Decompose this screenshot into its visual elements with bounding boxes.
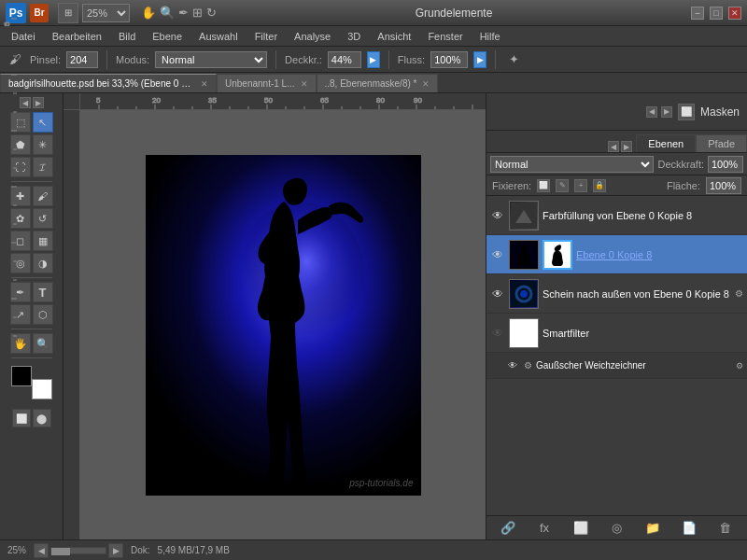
quick-mask-btn[interactable]: ⬤ (33, 409, 51, 427)
toolbox-collapse-left[interactable]: ◀ (20, 97, 31, 108)
panel-right-btn[interactable]: ▶ (661, 106, 672, 118)
maximize-button[interactable]: □ (710, 7, 723, 20)
menu-hilfe[interactable]: Hilfe (472, 29, 508, 44)
layer-5-visibility[interactable]: 👁 (505, 358, 520, 373)
tool-divider-3 (11, 329, 52, 329)
layer-item-4[interactable]: 👁 Smartfilter (486, 314, 747, 353)
tab-pfade[interactable]: Pfade (696, 134, 747, 152)
menu-filter[interactable]: Filter (247, 29, 285, 44)
app-title: Grundelemente (217, 7, 691, 20)
link-layers-btn[interactable]: 🔗 (499, 519, 517, 538)
fx-btn[interactable]: fx (535, 519, 554, 538)
fluss-arrow[interactable]: ▶ (473, 51, 486, 68)
tab-3-close[interactable]: ✕ (422, 79, 430, 89)
layer-2-name-link[interactable]: Ebene 0 Kopie 8 (576, 249, 652, 260)
menu-ansicht[interactable]: Ansicht (370, 29, 418, 44)
layer-item-5[interactable]: 👁 ⚙ Gaußscher Weichzeichner ⚙ (486, 353, 747, 379)
layer-3-visibility[interactable]: 👁 (490, 287, 505, 301)
zoom-select[interactable]: 25%33%50%100% (82, 4, 130, 22)
minimize-button[interactable]: – (691, 7, 704, 20)
ruler-top-row: 5 20 35 50 65 (63, 93, 486, 110)
fixieren-row: Fixieren: ⬜ ✎ + 🔒 Fläche: (486, 175, 747, 196)
panel-controls: ◀ ▶ (646, 106, 672, 118)
history-brush-tool[interactable]: ↺ (33, 208, 53, 229)
delete-layer-btn[interactable]: 🗑 (716, 519, 735, 538)
layer-3-options[interactable]: ⚙ (735, 288, 743, 299)
tab-3[interactable]: ..8, Ebenenmaske/8) * ✕ (317, 74, 439, 92)
workspace-icon: ⊞ (58, 3, 78, 23)
menu-ebene[interactable]: Ebene (145, 29, 190, 44)
layers-panel-expand[interactable]: ▶ (621, 141, 632, 152)
opacity-input[interactable] (708, 156, 743, 173)
text-tool[interactable]: T (33, 282, 53, 302)
separator-2 (275, 50, 276, 69)
background-color-swatch[interactable] (32, 379, 52, 399)
scroll-track[interactable] (50, 547, 106, 554)
deckkraft-label: Deckkr.: (285, 54, 322, 65)
panel-left-btn[interactable]: ◀ (646, 106, 657, 118)
close-button[interactable]: ✕ (728, 7, 741, 20)
menu-auswahl[interactable]: Auswahl (191, 29, 246, 44)
layer-item-1[interactable]: 👁 Farbfüllung von Ebene 0 Kopie 8 (486, 196, 747, 235)
fix-icon-3[interactable]: + (574, 179, 587, 192)
deckkraft-input[interactable] (328, 51, 361, 68)
deckkraft-arrow[interactable]: ▶ (367, 51, 380, 68)
mask-btn[interactable]: ⬜ (571, 519, 590, 538)
tab-2[interactable]: Unbenannt-1 L... ✕ (217, 74, 317, 92)
scroll-right-btn[interactable]: ▶ (108, 543, 123, 558)
layer-2-name: Ebene 0 Kopie 8 (576, 249, 743, 260)
group-btn[interactable]: 📁 (643, 519, 662, 538)
layer-item-2[interactable]: 👁 (486, 235, 747, 274)
move-tool[interactable]: ↖ (33, 112, 53, 133)
dodge-tool[interactable]: ◑ (33, 253, 53, 273)
tab-2-close[interactable]: ✕ (301, 79, 308, 89)
rotate-icon-titlebar[interactable]: ↻ (206, 6, 217, 20)
grid-icon-titlebar[interactable]: ⊞ (192, 6, 203, 20)
layers-list: 👁 Farbfüllung von Ebene 0 Kopie 8 👁 (486, 196, 747, 515)
fix-icon-2[interactable]: ✎ (556, 179, 569, 192)
watermark: psp-tutorials.de (349, 478, 413, 488)
menu-3d[interactable]: 3D (340, 29, 368, 44)
airbrush-icon[interactable]: ✦ (504, 50, 523, 69)
masks-panel: ◀ ▶ ⬜ Masken (486, 93, 747, 131)
gradient-tool[interactable]: ▦ (33, 231, 53, 251)
modus-select[interactable]: Normal Multiplizieren Aufhellen (155, 51, 267, 68)
adjustment-btn[interactable]: ◎ (607, 519, 626, 538)
brush-tool[interactable]: 🖌 (33, 186, 53, 206)
shape-tool[interactable]: ⬡ (33, 304, 53, 325)
titlebar: Ps Br ⊞ 25%33%50%100% ✋ 🔍 ✒ ⊞ ↻ Grundele… (0, 0, 747, 26)
toolbox-collapse-right[interactable]: ▶ (33, 97, 44, 108)
menu-bild[interactable]: Bild (111, 29, 143, 44)
fix-icon-1[interactable]: ⬜ (537, 179, 550, 192)
layer-3-thumb (509, 279, 539, 309)
tab-ebenen[interactable]: Ebenen (636, 134, 696, 152)
svg-point-54 (520, 290, 528, 298)
scroll-left-btn[interactable]: ◀ (34, 543, 49, 558)
zoom-tool[interactable]: 🔍 (33, 333, 53, 354)
tab-1-close[interactable]: ✕ (201, 79, 208, 89)
layers-panel-collapse[interactable]: ◀ (608, 141, 619, 152)
svg-rect-55 (511, 320, 537, 346)
layer-2-visibility[interactable]: 👁 (490, 247, 505, 262)
menu-analyse[interactable]: Analyse (287, 29, 338, 44)
layer-5-options[interactable]: ⚙ (736, 361, 743, 371)
magic-select-tool[interactable]: ✳ (33, 134, 53, 155)
hand-icon-titlebar[interactable]: ✋ (141, 6, 156, 20)
flaeche-input[interactable] (706, 177, 741, 194)
fixieren-label: Fixieren: (492, 180, 531, 191)
tab-1[interactable]: badgirlsilhouette.psd bei 33,3% (Ebene 0… (0, 74, 217, 92)
fluss-input[interactable] (430, 51, 468, 68)
blend-mode-select[interactable]: Normal Multiplizieren Aufhellen (490, 156, 654, 173)
new-layer-btn[interactable]: 📄 (680, 519, 698, 538)
menu-bearbeiten[interactable]: Bearbeiten (45, 29, 109, 44)
menu-fenster[interactable]: Fenster (420, 29, 470, 44)
fix-icon-4[interactable]: 🔒 (593, 179, 606, 192)
pen-icon-titlebar[interactable]: ✒ (178, 6, 189, 20)
eyedropper-tool[interactable]: 𝓘 (33, 157, 53, 177)
layer-item-3[interactable]: 👁 Schein nach außen von Ebene 0 Kopie 8 … (486, 274, 747, 314)
zoom-icon-titlebar[interactable]: 🔍 (160, 6, 175, 20)
silhouette-svg (146, 155, 421, 496)
layer-1-visibility[interactable]: 👁 (490, 208, 505, 223)
pinsel-size-input[interactable] (66, 51, 98, 68)
layer-4-visibility[interactable]: 👁 (490, 326, 505, 341)
